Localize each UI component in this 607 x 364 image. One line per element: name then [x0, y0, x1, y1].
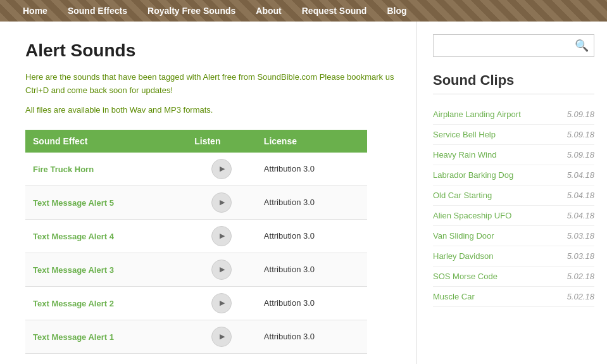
- nav-item-about[interactable]: About: [246, 0, 291, 22]
- license-text: Attribution 3.0: [256, 286, 367, 320]
- nav-item-request-sound[interactable]: Request Sound: [292, 0, 377, 22]
- clip-date: 5.02.18: [567, 292, 594, 301]
- table-header: License: [256, 130, 367, 153]
- clip-date: 5.04.18: [567, 211, 594, 220]
- clip-item[interactable]: Van Sliding Door5.03.18: [433, 226, 594, 246]
- clip-name: Heavy Rain Wind: [433, 150, 496, 160]
- play-button[interactable]: [211, 226, 232, 246]
- clip-name: SOS Morse Code: [433, 272, 497, 281]
- sound-name-link[interactable]: Fire Truck Horn: [33, 165, 94, 174]
- search-box: 🔍: [433, 34, 594, 57]
- license-text: Attribution 3.0: [256, 320, 367, 353]
- clip-item[interactable]: Old Car Starting5.04.18: [433, 185, 594, 206]
- clip-name: Alien Spaceship UFO: [433, 211, 511, 220]
- play-button[interactable]: [211, 159, 232, 179]
- formats-text: All files are available in both Wav and …: [25, 105, 397, 115]
- clip-item[interactable]: Muscle Car5.02.18: [433, 287, 594, 307]
- license-text: Attribution 3.0: [256, 185, 367, 219]
- clip-item[interactable]: SOS Morse Code5.02.18: [433, 267, 594, 287]
- license-text: Attribution 3.0: [256, 253, 367, 286]
- clip-date: 5.09.18: [567, 130, 594, 139]
- sound-name-link[interactable]: Text Message Alert 2: [33, 299, 114, 308]
- sounds-table: Sound EffectListenLicense Fire Truck Hor…: [25, 130, 367, 354]
- clip-date: 5.03.18: [567, 251, 594, 261]
- nav-item-royalty-free-sounds[interactable]: Royalty Free Sounds: [137, 0, 246, 22]
- clip-item[interactable]: Service Bell Help5.09.18: [433, 125, 594, 145]
- sidebar: 🔍 Sound Clips Airplane Landing Airport5.…: [417, 22, 607, 364]
- clip-name: Old Car Starting: [433, 191, 492, 200]
- clip-date: 5.02.18: [567, 272, 594, 281]
- license-text: Attribution 3.0: [256, 219, 367, 253]
- clip-name: Airplane Landing Airport: [433, 110, 521, 119]
- clip-name: Service Bell Help: [433, 130, 496, 139]
- play-button[interactable]: [211, 260, 232, 280]
- clip-date: 5.04.18: [567, 170, 594, 180]
- sound-name-link[interactable]: Text Message Alert 5: [33, 198, 114, 208]
- license-text: Attribution 3.0: [256, 153, 367, 186]
- clip-name: Muscle Car: [433, 292, 475, 301]
- clips-list: Airplane Landing Airport5.09.18Service B…: [433, 104, 594, 307]
- table-row: Text Message Alert 5Attribution 3.0: [25, 185, 367, 219]
- play-button[interactable]: [211, 327, 232, 347]
- table-row: Text Message Alert 1Attribution 3.0: [25, 320, 367, 353]
- clip-item[interactable]: Harley Davidson5.03.18: [433, 246, 594, 267]
- play-button[interactable]: [211, 293, 232, 313]
- clip-date: 5.04.18: [567, 191, 594, 200]
- clip-name: Van Sliding Door: [433, 231, 494, 241]
- clip-date: 5.09.18: [567, 110, 594, 119]
- play-button[interactable]: [211, 192, 232, 213]
- nav-item-sound-effects[interactable]: Sound Effects: [58, 0, 137, 22]
- clip-date: 5.09.18: [567, 150, 594, 160]
- sound-name-link[interactable]: Text Message Alert 3: [33, 265, 114, 275]
- table-row: Text Message Alert 3Attribution 3.0: [25, 253, 367, 286]
- sound-name-link[interactable]: Text Message Alert 4: [33, 232, 114, 241]
- search-input[interactable]: [434, 37, 570, 54]
- clip-item[interactable]: Heavy Rain Wind5.09.18: [433, 145, 594, 165]
- sound-name-link[interactable]: Text Message Alert 1: [33, 332, 114, 342]
- sidebar-title: Sound Clips: [433, 72, 594, 94]
- table-header-row: Sound EffectListenLicense: [25, 130, 367, 153]
- table-row: Text Message Alert 2Attribution 3.0: [25, 286, 367, 320]
- main-content: Alert Sounds Here are the sounds that ha…: [0, 22, 417, 364]
- clip-name: Harley Davidson: [433, 251, 493, 261]
- main-nav: HomeSound EffectsRoyalty Free SoundsAbou…: [0, 0, 607, 22]
- nav-item-home[interactable]: Home: [13, 0, 58, 22]
- nav-item-blog[interactable]: Blog: [377, 0, 416, 22]
- clip-item[interactable]: Alien Spaceship UFO5.04.18: [433, 206, 594, 226]
- clip-item[interactable]: Labrador Barking Dog5.04.18: [433, 165, 594, 185]
- table-row: Text Message Alert 4Attribution 3.0: [25, 219, 367, 253]
- table-body: Fire Truck HornAttribution 3.0Text Messa…: [25, 153, 367, 354]
- clip-name: Labrador Barking Dog: [433, 170, 513, 180]
- clip-date: 5.03.18: [567, 231, 594, 241]
- intro-text: Here are the sounds that have been tagge…: [25, 71, 397, 97]
- table-header: Sound Effect: [25, 130, 187, 153]
- search-button[interactable]: 🔍: [570, 35, 594, 56]
- table-header: Listen: [187, 130, 256, 153]
- clip-item[interactable]: Airplane Landing Airport5.09.18: [433, 104, 594, 125]
- page-title: Alert Sounds: [25, 41, 397, 61]
- table-row: Fire Truck HornAttribution 3.0: [25, 153, 367, 186]
